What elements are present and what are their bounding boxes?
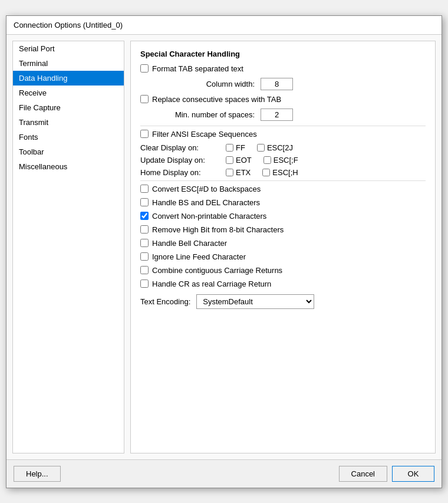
format-tab-row: Format TAB separated text — [140, 64, 426, 73]
dialog-title: Connection Options (Untitled_0) — [14, 21, 123, 29]
update-eot-checkbox[interactable] — [226, 156, 233, 164]
convert-nonprintable-checkbox[interactable] — [140, 212, 149, 220]
handle-cr-row: Handle CR as real Carriage Return — [140, 280, 426, 288]
column-width-input[interactable] — [261, 78, 293, 90]
update-eot-item: EOT — [226, 156, 252, 165]
combine-cr-row: Combine contiguous Carriage Returns — [140, 266, 426, 275]
ignore-lf-checkbox[interactable] — [140, 252, 149, 261]
sidebar-item-transmit[interactable]: Transmit — [13, 115, 124, 130]
update-display-row: Update Display on: EOT ESC[;F — [140, 156, 426, 165]
convert-esc-label[interactable]: Convert ESC[#D to Backspaces — [152, 185, 261, 193]
home-esclh-item: ESC[;H — [262, 168, 298, 177]
convert-esc-row: Convert ESC[#D to Backspaces — [140, 185, 426, 193]
ignore-lf-label[interactable]: Ignore Line Feed Character — [152, 252, 246, 261]
handle-bell-checkbox[interactable] — [140, 239, 149, 247]
title-bar: Connection Options (Untitled_0) — [6, 16, 442, 35]
home-etx-label[interactable]: ETX — [236, 168, 251, 177]
min-spaces-input[interactable] — [261, 109, 293, 121]
handle-bs-row: Handle BS and DEL Characters — [140, 198, 426, 207]
remove-high-bit-checkbox[interactable] — [140, 225, 149, 234]
clear-ff-label[interactable]: FF — [236, 143, 245, 152]
sidebar-item-fonts[interactable]: Fonts — [13, 130, 124, 144]
handle-bell-row: Handle Bell Character — [140, 239, 426, 248]
sidebar-item-miscellaneous[interactable]: Miscellaneous — [13, 159, 124, 174]
clear-display-row: Clear Display on: FF ESC[2J — [140, 143, 426, 152]
min-spaces-row: Min. number of spaces: — [154, 109, 426, 121]
ignore-lf-row: Ignore Line Feed Character — [140, 252, 426, 261]
filter-ansi-label[interactable]: Filter ANSI Escape Sequences — [152, 130, 257, 139]
update-esclf-label[interactable]: ESC[;F — [274, 156, 298, 165]
convert-nonprintable-label[interactable]: Convert Non-printable Characters — [152, 212, 266, 221]
combine-cr-label[interactable]: Combine contiguous Carriage Returns — [152, 266, 282, 275]
update-display-checks: EOT ESC[;F — [226, 156, 298, 165]
remove-high-bit-row: Remove High Bit from 8-bit Characters — [140, 225, 426, 234]
main-content: Special Character Handling Format TAB se… — [130, 41, 436, 453]
format-tab-checkbox[interactable] — [140, 64, 149, 73]
update-eot-label[interactable]: EOT — [236, 156, 252, 165]
dialog: Connection Options (Untitled_0) Serial P… — [6, 15, 442, 488]
help-button[interactable]: Help... — [14, 466, 61, 482]
sidebar-item-file-capture[interactable]: File Capture — [13, 100, 124, 115]
handle-cr-checkbox[interactable] — [140, 280, 149, 288]
text-encoding-label: Text Encoding: — [140, 297, 190, 306]
replace-spaces-label[interactable]: Replace consecutive spaces with TAB — [152, 95, 281, 104]
clear-display-label: Clear Display on: — [140, 143, 226, 152]
column-width-label: Column width: — [154, 80, 261, 88]
replace-spaces-row: Replace consecutive spaces with TAB — [140, 95, 426, 104]
clear-ff-item: FF — [226, 143, 245, 152]
handle-bell-label[interactable]: Handle Bell Character — [152, 239, 227, 248]
sidebar-item-receive[interactable]: Receive — [13, 86, 124, 100]
clear-ff-checkbox[interactable] — [226, 144, 233, 152]
footer: Help... Cancel OK — [6, 459, 442, 488]
home-display-label: Home Display on: — [140, 168, 226, 177]
handle-cr-label[interactable]: Handle CR as real Carriage Return — [152, 280, 271, 288]
column-width-row: Column width: — [154, 78, 426, 90]
filter-ansi-row: Filter ANSI Escape Sequences — [140, 130, 426, 139]
update-esclf-checkbox[interactable] — [263, 156, 271, 164]
sidebar-item-terminal[interactable]: Terminal — [13, 56, 124, 71]
clear-esc2j-label[interactable]: ESC[2J — [267, 143, 293, 152]
sidebar: Serial Port Terminal Data Handling Recei… — [12, 41, 124, 453]
text-encoding-row: Text Encoding: SystemDefault UTF-8 ASCII… — [140, 294, 426, 309]
sidebar-item-toolbar[interactable]: Toolbar — [13, 144, 124, 159]
home-display-checks: ETX ESC[;H — [226, 168, 298, 177]
remove-high-bit-label[interactable]: Remove High Bit from 8-bit Characters — [152, 225, 284, 234]
clear-display-checks: FF ESC[2J — [226, 143, 293, 152]
combine-cr-checkbox[interactable] — [140, 266, 149, 274]
convert-esc-checkbox[interactable] — [140, 185, 149, 193]
min-spaces-label: Min. number of spaces: — [154, 110, 261, 119]
format-tab-label[interactable]: Format TAB separated text — [152, 64, 243, 73]
sidebar-item-serial-port[interactable]: Serial Port — [13, 41, 124, 56]
sidebar-item-data-handling[interactable]: Data Handling — [13, 71, 124, 86]
filter-ansi-checkbox[interactable] — [140, 130, 149, 138]
handle-bs-label[interactable]: Handle BS and DEL Characters — [152, 198, 260, 207]
clear-esc2j-item: ESC[2J — [257, 143, 293, 152]
cancel-button[interactable]: Cancel — [339, 466, 387, 482]
home-esclh-checkbox[interactable] — [262, 169, 270, 176]
handle-bs-checkbox[interactable] — [140, 198, 149, 206]
home-esclh-label[interactable]: ESC[;H — [272, 168, 298, 177]
update-display-label: Update Display on: — [140, 156, 226, 165]
update-esclf-item: ESC[;F — [263, 156, 298, 165]
home-etx-checkbox[interactable] — [226, 169, 233, 176]
home-display-row: Home Display on: ETX ESC[;H — [140, 168, 426, 177]
dialog-body: Serial Port Terminal Data Handling Recei… — [6, 35, 442, 459]
section-title: Special Character Handling — [140, 50, 426, 58]
convert-nonprintable-row: Convert Non-printable Characters — [140, 212, 426, 221]
clear-esc2j-checkbox[interactable] — [257, 144, 265, 152]
home-etx-item: ETX — [226, 168, 251, 177]
replace-spaces-checkbox[interactable] — [140, 95, 149, 103]
ok-button[interactable]: OK — [392, 466, 434, 482]
text-encoding-select[interactable]: SystemDefault UTF-8 ASCII ISO-8859-1 — [196, 294, 314, 309]
